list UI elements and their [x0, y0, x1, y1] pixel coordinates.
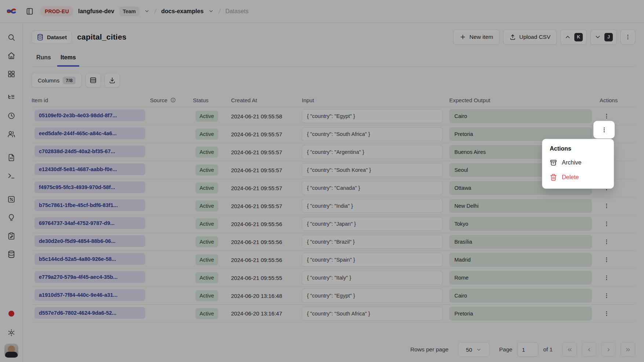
menu-item-archive[interactable]: Archive [546, 155, 610, 170]
archive-label: Archive [562, 159, 581, 166]
menu-item-delete[interactable]: Delete [546, 170, 610, 185]
trash-icon [550, 174, 557, 181]
archive-icon [550, 159, 557, 166]
delete-label: Delete [562, 174, 579, 181]
active-row-actions-button[interactable] [593, 121, 615, 138]
actions-context-menu: Actions Archive Delete [542, 139, 614, 189]
context-menu-title: Actions [546, 143, 610, 155]
kebab-menu-icon [601, 126, 608, 133]
